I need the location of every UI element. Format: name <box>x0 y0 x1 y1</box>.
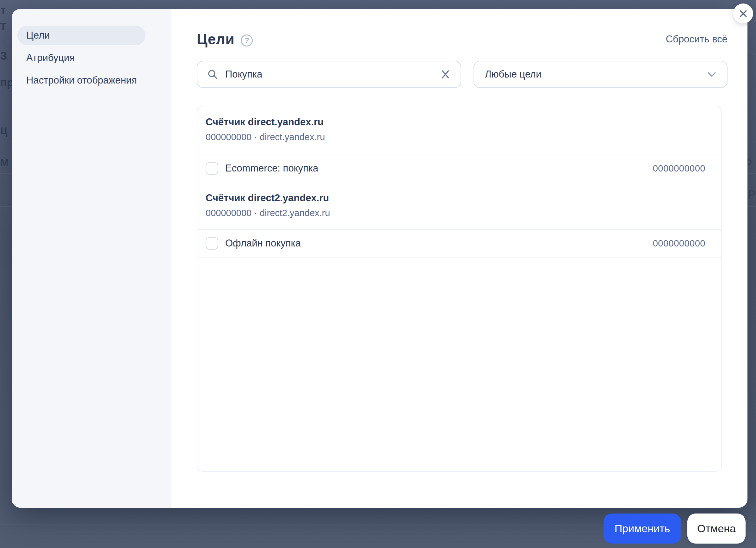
content-header: Цели ? Сбросить всё <box>197 28 728 51</box>
background-text-fragment: ц <box>0 124 7 136</box>
goal-row[interactable]: Ecommerce: покупка 0000000000 <box>197 154 721 182</box>
goal-search-input[interactable] <box>225 68 439 80</box>
goals-filter-modal: Цели Атрибуция Настройки отображения Цел… <box>12 9 747 508</box>
goal-type-dropdown[interactable]: Любые цели <box>474 61 728 88</box>
goal-type-value: Любые цели <box>485 69 542 80</box>
close-button[interactable] <box>733 3 753 23</box>
cancel-button[interactable]: Отмена <box>687 514 746 544</box>
counter-title: Счётчик direct2.yandex.ru <box>206 192 705 204</box>
goal-search-box[interactable] <box>197 61 461 88</box>
counter-meta: 000000000 · direct2.yandex.ru <box>206 208 705 218</box>
modal-content: Цели ? Сбросить всё <box>171 9 747 508</box>
sidebar-item-goals[interactable]: Цели <box>17 26 146 45</box>
counter-meta: 000000000 · direct.yandex.ru <box>206 132 705 142</box>
counter-title: Счётчик direct.yandex.ru <box>206 116 705 128</box>
apply-button[interactable]: Применить <box>604 514 681 544</box>
screen: т т з пр ц м ер СР Цели Атрибуция Настро… <box>0 0 756 548</box>
goal-id: 0000000000 <box>653 238 705 249</box>
sidebar-item-label: Атрибуция <box>26 52 75 64</box>
sidebar-item-attribution[interactable]: Атрибуция <box>17 48 146 68</box>
help-icon[interactable]: ? <box>241 34 253 47</box>
clear-search-button[interactable] <box>439 68 452 81</box>
counter-group-header: Счётчик direct2.yandex.ru 000000000 · di… <box>197 182 721 229</box>
goals-list-panel: Счётчик direct.yandex.ru 000000000 · dir… <box>197 106 722 472</box>
close-icon <box>439 68 451 80</box>
background-text-fragment: з <box>0 47 7 62</box>
modal-sidebar: Цели Атрибуция Настройки отображения <box>12 9 171 508</box>
goal-id: 0000000000 <box>653 163 705 174</box>
chevron-down-icon <box>705 68 718 81</box>
goal-label: Ecommerce: покупка <box>225 163 318 174</box>
goal-checkbox[interactable] <box>206 237 218 250</box>
background-text-fragment: м <box>0 156 9 168</box>
sidebar-item-label: Цели <box>26 30 50 41</box>
background-text-fragment: т <box>0 19 7 32</box>
filters-row: Любые цели <box>197 61 728 88</box>
page-title: Цели <box>197 31 234 48</box>
counter-group-header: Счётчик direct.yandex.ru 000000000 · dir… <box>197 106 721 154</box>
search-icon <box>207 69 218 80</box>
reset-all-link[interactable]: Сбросить всё <box>666 34 728 45</box>
background-text-fragment: т <box>1 5 6 15</box>
close-icon <box>738 9 748 19</box>
sidebar-item-display-settings[interactable]: Настройки отображения <box>17 71 146 90</box>
goal-checkbox[interactable] <box>206 162 218 175</box>
sidebar-item-label: Настройки отображения <box>26 75 137 86</box>
goal-label: Офлайн покупка <box>225 238 301 249</box>
goal-row[interactable]: Офлайн покупка 0000000000 <box>197 229 721 258</box>
